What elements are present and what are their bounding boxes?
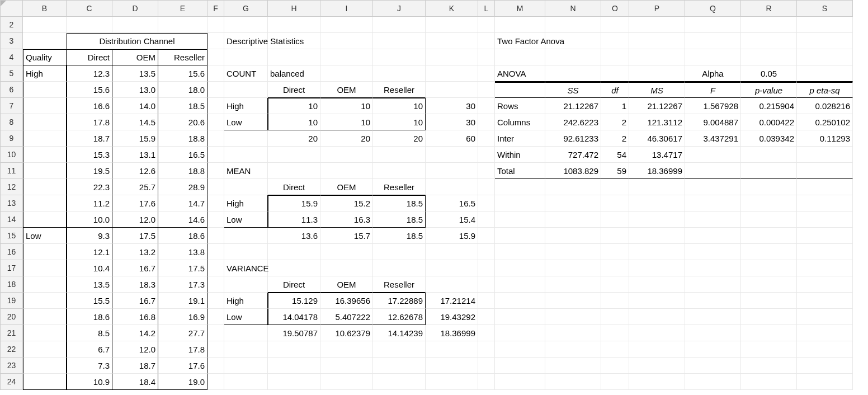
cell[interactable]	[601, 276, 629, 293]
cell[interactable]	[478, 260, 495, 276]
cell[interactable]	[478, 293, 495, 309]
data-cell[interactable]: 18.6	[158, 228, 207, 244]
cell[interactable]	[685, 260, 741, 276]
cell[interactable]	[224, 130, 268, 147]
cell[interactable]	[685, 276, 741, 293]
cell[interactable]	[373, 65, 426, 82]
row-header[interactable]: 23	[1, 358, 23, 374]
cell[interactable]	[23, 130, 67, 147]
alpha-value[interactable]: 0.05	[741, 65, 797, 82]
col-header[interactable]: B	[23, 1, 67, 17]
cell[interactable]	[629, 325, 685, 341]
data-cell[interactable]: 15.5	[67, 293, 112, 309]
anova-cell[interactable]: 59	[601, 163, 629, 179]
cell[interactable]	[67, 17, 112, 33]
anova-cell[interactable]: 3.437291	[685, 130, 741, 147]
col-header[interactable]: F	[207, 1, 224, 17]
anova-cell[interactable]: 21.12267	[629, 98, 685, 114]
mean-cell[interactable]: 15.2	[320, 195, 373, 211]
balanced-label[interactable]: balanced	[268, 65, 320, 82]
anova-cell[interactable]: 13.4717	[629, 147, 685, 163]
col-header[interactable]: M	[495, 1, 545, 17]
anova-cell[interactable]: 0.250102	[797, 114, 853, 130]
cell[interactable]	[797, 260, 853, 276]
data-cell[interactable]: 18.6	[67, 309, 112, 325]
cell[interactable]	[478, 49, 495, 65]
cell[interactable]	[601, 244, 629, 260]
cell[interactable]	[601, 211, 629, 228]
data-cell[interactable]: 14.0	[112, 98, 158, 114]
cell[interactable]	[207, 358, 224, 374]
var-cell[interactable]: 19.50787	[268, 325, 320, 341]
quality-low[interactable]: Low	[23, 228, 67, 244]
row-header[interactable]: 2	[1, 17, 23, 33]
cell[interactable]	[685, 147, 741, 163]
anova-cell[interactable]: 0.11293	[797, 130, 853, 147]
anova-hdr-df[interactable]: df	[601, 82, 629, 98]
cell[interactable]	[23, 341, 67, 358]
data-cell[interactable]: 14.2	[112, 325, 158, 341]
cell[interactable]	[426, 358, 478, 374]
cell[interactable]	[741, 228, 797, 244]
data-cell[interactable]: 15.6	[67, 82, 112, 98]
cell[interactable]	[545, 374, 601, 390]
data-cell[interactable]: 17.3	[158, 276, 207, 293]
cell[interactable]	[741, 276, 797, 293]
cell[interactable]	[207, 163, 224, 179]
cell[interactable]	[478, 114, 495, 130]
var-hdr[interactable]: Direct	[268, 276, 320, 293]
cell[interactable]	[495, 244, 545, 260]
col-header[interactable]: P	[629, 1, 685, 17]
data-cell[interactable]: 18.8	[158, 130, 207, 147]
cell[interactable]	[629, 276, 685, 293]
cell[interactable]	[373, 374, 426, 390]
cell[interactable]	[685, 163, 741, 179]
cell[interactable]	[685, 325, 741, 341]
cell[interactable]	[629, 293, 685, 309]
cell[interactable]	[426, 163, 478, 179]
anova-cell[interactable]: 9.004887	[685, 114, 741, 130]
anova-cell[interactable]: 46.30617	[629, 130, 685, 147]
data-cell[interactable]: 12.0	[112, 211, 158, 228]
anova-cell[interactable]: 92.61233	[545, 130, 601, 147]
cell[interactable]	[478, 82, 495, 98]
cell[interactable]	[207, 17, 224, 33]
col-header[interactable]: R	[741, 1, 797, 17]
quality-header[interactable]: Quality	[23, 49, 67, 65]
mean-cell[interactable]: 15.9	[268, 195, 320, 211]
cell[interactable]	[224, 82, 268, 98]
cell[interactable]	[224, 358, 268, 374]
cell[interactable]	[797, 49, 853, 65]
cell[interactable]	[601, 374, 629, 390]
col-header[interactable]: Q	[685, 1, 741, 17]
row-header[interactable]: 11	[1, 163, 23, 179]
data-cell[interactable]: 13.0	[112, 82, 158, 98]
var-hdr[interactable]: Reseller	[373, 276, 426, 293]
cell[interactable]	[478, 147, 495, 163]
cell[interactable]	[207, 49, 224, 65]
cell[interactable]	[426, 65, 478, 82]
cell[interactable]	[741, 358, 797, 374]
cell[interactable]	[224, 341, 268, 358]
cell[interactable]	[426, 147, 478, 163]
cell[interactable]	[23, 260, 67, 276]
anova-hdr-p[interactable]: p-value	[741, 82, 797, 98]
row-header[interactable]: 18	[1, 276, 23, 293]
var-cell[interactable]: 5.407222	[320, 309, 373, 325]
cell[interactable]	[373, 49, 426, 65]
data-cell[interactable]: 18.7	[112, 358, 158, 374]
cell[interactable]	[320, 341, 373, 358]
cell[interactable]	[268, 49, 320, 65]
cell[interactable]	[601, 260, 629, 276]
data-cell[interactable]: 20.6	[158, 114, 207, 130]
cell[interactable]	[797, 228, 853, 244]
cell[interactable]	[685, 244, 741, 260]
cell[interactable]	[320, 358, 373, 374]
anova-cell[interactable]: 0.000422	[741, 114, 797, 130]
col-header[interactable]: D	[112, 1, 158, 17]
data-cell[interactable]: 14.5	[112, 114, 158, 130]
cell[interactable]	[23, 325, 67, 341]
data-cell[interactable]: 25.7	[112, 179, 158, 195]
cell[interactable]	[207, 374, 224, 390]
cell[interactable]	[478, 341, 495, 358]
